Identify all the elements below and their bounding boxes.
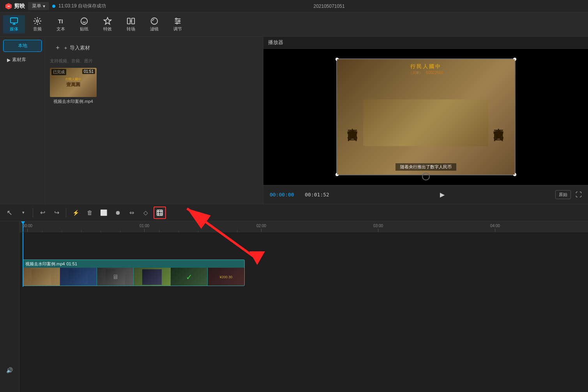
media-icon: [10, 17, 18, 25]
local-btn[interactable]: 本地: [3, 40, 42, 52]
player-subtitle: 随着央行推出了数字人民币: [396, 163, 456, 171]
playhead-top: [21, 221, 25, 224]
status-dot-icon: [52, 5, 55, 8]
toolbar-transition[interactable]: 转场: [120, 15, 142, 34]
svg-point-19: [178, 20, 180, 22]
left-panel: 本地 ▶ 素材库: [0, 37, 45, 204]
ruler-mark-1: 01:00: [139, 224, 149, 232]
volume-icon[interactable]: 🔊: [4, 364, 16, 376]
import-button[interactable]: ＋ ＋ 导入素材: [50, 41, 95, 54]
clip-thumb-3: 🖥: [97, 268, 134, 286]
toolbar-separator-1: [33, 208, 33, 217]
banknote-code: （川Ⅲ） 60022660: [337, 70, 515, 76]
svg-point-7: [81, 18, 88, 25]
clip-thumbnails: 🖥 ✓ ¥200.30: [23, 268, 244, 286]
svg-point-18: [176, 18, 177, 20]
svg-text:TI: TI: [58, 18, 63, 25]
time-current: 00:00:00: [270, 192, 294, 198]
library-label: 素材库: [12, 57, 26, 63]
delete-button[interactable]: 🗑: [83, 207, 96, 219]
media-panel: ＋ ＋ 导入素材 支持视频、音频、图片 行民人國中 壹萬圓 已完成 01:51: [45, 37, 263, 204]
player-controls: 00:00:00 00:01:52 ▶ 原始 ⛶: [263, 185, 588, 204]
fullscreen-button[interactable]: ⛶: [576, 191, 582, 198]
select-tool-button[interactable]: ↖: [3, 207, 16, 219]
clip-thumb-4: [134, 268, 170, 286]
player-panel: 播放器 行民人國中 （川Ⅲ） 60022660 壹萬圓: [263, 37, 588, 204]
transition-icon: [127, 17, 135, 25]
timeline-left-panel: 🔊: [0, 221, 19, 392]
app-name: 剪映: [14, 3, 25, 10]
content-area: 本地 ▶ 素材库 ＋ ＋ 导入素材 支持视频、音频、图片 行民人國中 壹萬圓: [0, 37, 588, 204]
banknote-right-text: 壹萬圓: [492, 120, 506, 125]
play-button[interactable]: ▶: [437, 189, 448, 200]
svg-point-20: [176, 23, 178, 24]
group-button[interactable]: ⬜: [97, 207, 110, 219]
title-bar: ✂ 剪映 菜单 ▾ 11:03:19 自动保存成功 202105071051: [0, 0, 588, 12]
import-hint: 支持视频、音频、图片: [50, 58, 258, 64]
mirror-button[interactable]: ⇔: [125, 207, 138, 219]
timeline-content: 🔊 00:00 01:00 02: [0, 221, 588, 392]
ruler-mark-3: 03:00: [373, 224, 383, 232]
toolbar-effect[interactable]: 特效: [97, 15, 118, 34]
split-button[interactable]: ⚡: [69, 207, 82, 219]
library-btn[interactable]: ▶ 素材库: [3, 54, 42, 65]
svg-marker-10: [104, 18, 111, 24]
media-filename: 视频去水印案例.mp4: [50, 99, 97, 104]
media-status-badge: 已完成: [51, 69, 66, 75]
svg-rect-12: [132, 18, 134, 24]
player-video[interactable]: 行民人國中 （川Ⅲ） 60022660 壹萬圓 壹萬圓 随着央行推出了数字人民币: [336, 58, 516, 175]
sticker-icon: [80, 17, 88, 25]
toolbar-sticker[interactable]: 贴纸: [73, 15, 95, 34]
main-toolbar: 媒体 音频 TI 文本 贴纸: [0, 12, 588, 37]
time-total: 00:01:52: [305, 192, 329, 198]
player-header: 播放器: [263, 37, 588, 49]
ruler-mark-2: 02:00: [256, 224, 266, 232]
import-label: ＋ 导入素材: [63, 44, 90, 51]
preview-indicator: [422, 173, 430, 180]
timeline-area: ↖ ▾ ↩ ↪ ⚡ 🗑 ⬜ ⏺ ⇔ ◇ 01:00 🔊: [0, 204, 588, 392]
timeline-main: 00:00 01:00 02:00 03:00: [19, 221, 588, 392]
diamond-button[interactable]: ◇: [139, 207, 152, 219]
clip-thumb-1: [23, 268, 60, 286]
menu-button[interactable]: 菜单 ▾: [28, 2, 49, 10]
clip-thumb-2: [60, 268, 97, 286]
effect-icon: [103, 17, 112, 25]
crop-button[interactable]: 01:00: [154, 207, 166, 219]
video-clip[interactable]: 视频去水印案例.mp4 01:51 🖥: [23, 260, 245, 286]
select-dropdown-button[interactable]: ▾: [17, 207, 30, 219]
original-button[interactable]: 原始: [555, 190, 571, 199]
undo-button[interactable]: ↩: [36, 207, 49, 219]
chevron-right-icon: ▶: [7, 57, 11, 63]
media-duration-badge: 01:51: [82, 69, 95, 74]
chevron-down-icon: ▾: [43, 4, 45, 9]
media-item[interactable]: 行民人國中 壹萬圓 已完成 01:51 视频去水印案例.mp4: [50, 68, 97, 104]
clip-header: 视频去水印案例.mp4 01:51: [23, 260, 244, 268]
toolbar-filter-label: 滤镜: [150, 26, 159, 32]
svg-point-5: [36, 20, 39, 22]
audio-icon: [33, 17, 42, 25]
clip-duration: 01:51: [66, 261, 77, 266]
toolbar-audio[interactable]: 音频: [26, 15, 48, 34]
time-separator: [299, 192, 300, 198]
video-track: 视频去水印案例.mp4 01:51 🖥: [19, 259, 588, 287]
version-info: 202105071051: [313, 4, 344, 9]
toolbar-effect-label: 特效: [103, 26, 112, 32]
banknote-left-text: 壹萬圓: [346, 120, 359, 125]
record-button[interactable]: ⏺: [111, 207, 124, 219]
filter-icon: [150, 17, 159, 25]
toolbar-adjust[interactable]: 调节: [167, 15, 189, 34]
toolbar-audio-label: 音频: [33, 26, 42, 32]
toolbar-text-label: 文本: [57, 26, 65, 32]
timeline-ruler: 00:00 01:00 02:00 03:00: [19, 221, 588, 232]
media-grid: 行民人國中 壹萬圓 已完成 01:51 视频去水印案例.mp4: [50, 68, 258, 104]
toolbar-filter[interactable]: 滤镜: [143, 15, 165, 34]
redo-button[interactable]: ↪: [50, 207, 63, 219]
import-icon: ＋: [55, 44, 61, 52]
title-bar-left: ✂ 剪映 菜单 ▾ 11:03:19 自动保存成功: [5, 2, 106, 10]
toolbar-text[interactable]: TI 文本: [50, 15, 72, 34]
player-area: 行民人國中 （川Ⅲ） 60022660 壹萬圓 壹萬圓 随着央行推出了数字人民币: [263, 49, 588, 185]
ruler-mark-0: 00:00: [23, 224, 32, 232]
toolbar-media[interactable]: 媒体: [3, 15, 25, 34]
clip-thumb-6: ¥200.30: [208, 268, 244, 286]
clip-name: 视频去水印案例.mp4: [25, 261, 65, 267]
